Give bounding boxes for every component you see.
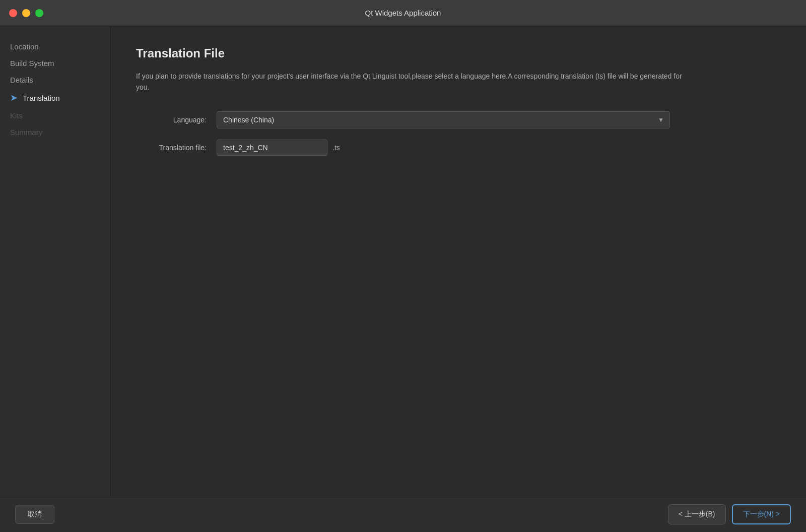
translation-file-row: Translation file: .ts [136,140,781,156]
window-title: Qt Widgets Application [365,9,441,17]
language-select[interactable]: Chinese (China) Chinese (Taiwan) English… [217,111,670,128]
main-container: Location Build System Details ➤ Translat… [0,26,806,496]
window-controls [9,9,43,17]
close-button[interactable] [9,9,17,17]
page-description: If you plan to provide translations for … [136,71,690,93]
cancel-button[interactable]: 取消 [15,505,54,524]
maximize-button[interactable] [35,9,43,17]
sidebar-item-label-kits: Kits [10,111,23,120]
file-extension-label: .ts [332,144,340,152]
arrow-icon: ➤ [10,92,18,103]
translation-file-label: Translation file: [136,144,207,152]
page-title: Translation File [136,46,781,60]
sidebar-item-label-details: Details [10,76,33,84]
sidebar-item-details[interactable]: Details [0,72,110,88]
sidebar-item-label-build-system: Build System [10,59,54,68]
sidebar-item-label-location: Location [10,42,39,51]
bottom-bar: 取消 < 上一步(B) 下一步(N) > [0,496,806,532]
sidebar-item-translation[interactable]: ➤ Translation [0,88,110,107]
nav-buttons: < 上一步(B) 下一步(N) > [668,504,791,524]
language-row: Language: Chinese (China) Chinese (Taiwa… [136,111,781,128]
translation-file-input[interactable] [217,140,327,156]
sidebar-item-label-summary: Summary [10,128,42,137]
sidebar: Location Build System Details ➤ Translat… [0,26,111,496]
sidebar-item-kits: Kits [0,107,110,124]
titlebar: Qt Widgets Application [0,0,806,26]
back-button[interactable]: < 上一步(B) [668,504,726,524]
file-input-wrapper: .ts [217,140,340,156]
minimize-button[interactable] [22,9,30,17]
language-label: Language: [136,116,207,124]
sidebar-item-build-system[interactable]: Build System [0,55,110,72]
language-select-wrapper: Chinese (China) Chinese (Taiwan) English… [217,111,670,128]
content-area: Translation File If you plan to provide … [111,26,806,496]
next-button[interactable]: 下一步(N) > [732,504,791,524]
sidebar-item-label-translation: Translation [23,94,60,102]
sidebar-item-location[interactable]: Location [0,38,110,55]
sidebar-item-summary: Summary [0,124,110,141]
